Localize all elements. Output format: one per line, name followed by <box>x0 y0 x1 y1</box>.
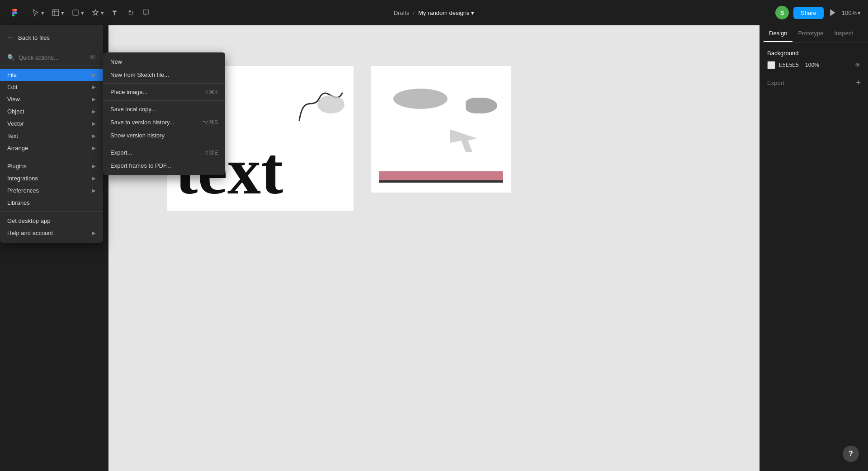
comment-tool[interactable] <box>139 7 153 19</box>
export-label: Export <box>767 80 784 86</box>
svg-text:T: T <box>113 10 117 16</box>
menu-item-edit[interactable]: Edit ▶ <box>0 81 103 93</box>
breadcrumb: Drafts / My random designs ▾ <box>394 9 475 16</box>
frame2-shape-blob <box>466 98 497 113</box>
background-row: E5E5E5 100% 👁 <box>767 61 861 69</box>
tab-prototype[interactable]: Prototype <box>793 25 829 42</box>
svg-point-6 <box>317 95 344 113</box>
right-panel-content: Background E5E5E5 100% 👁 Export + <box>760 42 868 95</box>
menu-item-view[interactable]: View ▶ <box>0 93 103 105</box>
frame2-shape-arrow <box>450 125 486 154</box>
arrow-icon: ▶ <box>92 164 96 169</box>
zoom-control[interactable]: 100% ▾ <box>842 9 861 16</box>
frame1-squiggle <box>290 84 344 125</box>
eye-icon[interactable]: 👁 <box>854 61 861 69</box>
avatar[interactable]: S <box>775 6 789 19</box>
submenu-item-new-from-sketch[interactable]: New from Sketch file... <box>103 68 225 81</box>
menu-item-vector[interactable]: Vector ▶ <box>0 118 103 130</box>
submenu-item-export-pdf[interactable]: Export frames to PDF... <box>103 159 225 172</box>
right-panel-tabs: Design Prototype Inspect <box>760 25 868 42</box>
submenu-divider-2 <box>103 100 225 101</box>
menu-divider-3 <box>0 157 103 157</box>
topbar-right: S Share 100% ▾ <box>775 6 861 19</box>
menu-item-file[interactable]: File ▶ <box>0 69 103 81</box>
tab-design[interactable]: Design <box>764 25 793 42</box>
arrow-icon: ▶ <box>92 176 96 181</box>
share-button[interactable]: Share <box>793 7 824 19</box>
frame2-shape-bar-border <box>379 180 503 183</box>
menu-section-main: File ▶ Edit ▶ View ▶ Object ▶ Vector ▶ T… <box>0 68 103 155</box>
back-arrow-icon: ← <box>7 33 14 42</box>
menu-divider-1 <box>0 49 103 49</box>
left-menu: ← Back to files 🔍 Quick actions... ⌘/ Fi… <box>0 25 103 243</box>
menu-item-object[interactable]: Object ▶ <box>0 105 103 118</box>
menu-section-plugins: Plugins ▶ Integrations ▶ Preferences ▶ L… <box>0 159 103 210</box>
right-panel: Design Prototype Inspect Background E5E5… <box>760 25 868 471</box>
breadcrumb-separator: / <box>413 9 415 16</box>
quick-actions-item[interactable]: 🔍 Quick actions... ⌘/ <box>0 51 103 64</box>
play-button[interactable] <box>828 8 837 17</box>
menu-section-account: Get desktop app Help and account ▶ <box>0 214 103 240</box>
file-submenu: New New from Sketch file... Place image.… <box>103 52 225 175</box>
arrow-icon: ▶ <box>92 121 96 126</box>
export-row: Export + <box>767 78 861 88</box>
back-to-files-item[interactable]: ← Back to files <box>0 28 103 47</box>
menu-item-plugins[interactable]: Plugins ▶ <box>0 160 103 172</box>
submenu-item-show-version[interactable]: Show version history <box>103 129 225 142</box>
background-color-swatch[interactable] <box>767 61 775 69</box>
background-section-label: Background <box>767 50 861 57</box>
tab-inspect[interactable]: Inspect <box>829 25 859 42</box>
submenu-item-save-version[interactable]: Save to version history... ⌥⌘S <box>103 116 225 129</box>
breadcrumb-drafts[interactable]: Drafts <box>394 9 410 16</box>
arrow-icon: ▶ <box>92 85 96 89</box>
topbar: ▾ ▾ ▾ ▾ T Drafts / My random designs ▾ <box>0 0 868 25</box>
submenu-divider-3 <box>103 144 225 144</box>
menu-item-text[interactable]: Text ▶ <box>0 130 103 142</box>
arrow-icon: ▶ <box>92 188 96 193</box>
submenu-item-place-image[interactable]: Place image... ⇧⌘K <box>103 85 225 99</box>
submenu-item-new[interactable]: New <box>103 55 225 68</box>
svg-rect-3 <box>73 10 78 15</box>
frame2-shape-bar <box>379 171 503 181</box>
file-name[interactable]: My random designs ▾ <box>418 9 474 16</box>
menu-item-help[interactable]: Help and account ▶ <box>0 227 103 239</box>
menu-item-preferences[interactable]: Preferences ▶ <box>0 184 103 197</box>
arrow-icon: ▶ <box>92 133 96 138</box>
svg-marker-7 <box>450 129 477 152</box>
background-opacity: 100% <box>805 62 819 68</box>
menu-divider-4 <box>0 212 103 212</box>
arrow-icon: ▶ <box>92 146 96 151</box>
pen-tool[interactable]: ▾ <box>89 7 107 19</box>
background-hex: E5E5E5 <box>779 62 799 68</box>
select-tool[interactable]: ▾ <box>29 7 47 19</box>
app-logo[interactable] <box>7 5 22 20</box>
menu-item-desktop[interactable]: Get desktop app <box>0 215 103 227</box>
menu-item-integrations[interactable]: Integrations ▶ <box>0 172 103 184</box>
menu-item-arrange[interactable]: Arrange ▶ <box>0 142 103 154</box>
hand-tool[interactable] <box>124 7 137 19</box>
shape-tool[interactable]: ▾ <box>69 7 87 19</box>
svg-rect-0 <box>52 9 59 16</box>
submenu-divider-1 <box>103 83 225 84</box>
arrow-icon: ▶ <box>92 72 96 77</box>
menu-divider-2 <box>0 66 103 66</box>
arrow-icon: ▶ <box>92 231 96 236</box>
help-button[interactable]: ? <box>843 446 859 462</box>
topbar-tools: ▾ ▾ ▾ ▾ T <box>29 7 153 19</box>
frame2-shape-oval <box>393 89 448 109</box>
submenu-item-save-local[interactable]: Save local copy... <box>103 103 225 116</box>
text-tool[interactable]: T <box>108 7 122 19</box>
frame-tool[interactable]: ▾ <box>49 7 67 19</box>
menu-item-libraries[interactable]: Libraries <box>0 197 103 209</box>
arrow-icon: ▶ <box>92 97 96 102</box>
chevron-down-icon: ▾ <box>471 9 474 16</box>
search-icon: 🔍 <box>7 54 15 61</box>
svg-marker-5 <box>830 9 835 16</box>
submenu-item-export[interactable]: Export... ⇧⌘E <box>103 146 225 159</box>
arrow-icon: ▶ <box>92 109 96 114</box>
export-add-button[interactable]: + <box>856 78 861 88</box>
frame2[interactable] <box>371 66 511 193</box>
chevron-down-icon: ▾ <box>858 9 861 16</box>
